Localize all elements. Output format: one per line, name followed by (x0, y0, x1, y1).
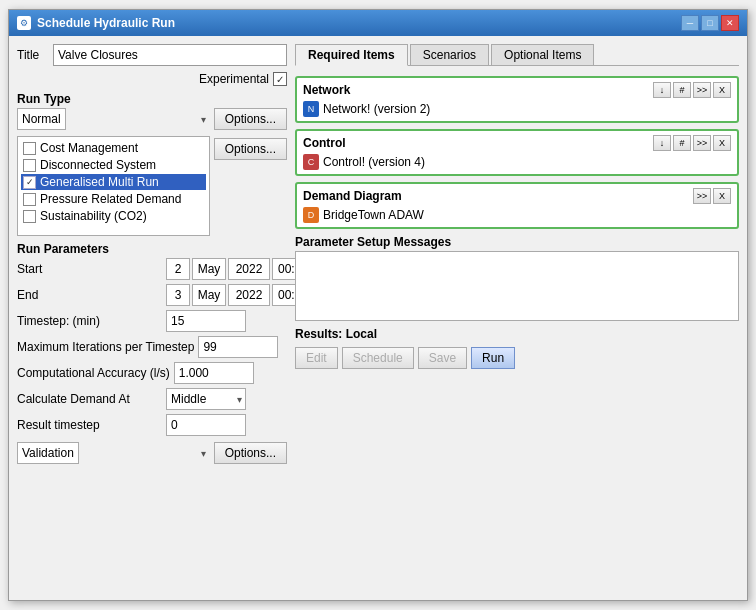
cb-disconnected-system[interactable]: Disconnected System (21, 157, 206, 173)
demand-panel: Demand Diagram >> X D BridgeTown ADAW (295, 182, 739, 229)
cb-cost-mgmt-label: Cost Management (40, 141, 138, 155)
cb-gen-multi-label: Generalised Multi Run (40, 175, 159, 189)
validation-options-button[interactable]: Options... (214, 442, 287, 464)
end-label: End (17, 288, 162, 302)
demand-icon: D (303, 207, 319, 223)
start-label: Start (17, 262, 162, 276)
start-row: Start 📅 ▾ (17, 258, 287, 280)
messages-box (295, 251, 739, 321)
schedule-button[interactable]: Schedule (342, 347, 414, 369)
demand-panel-header: Demand Diagram >> X (303, 188, 731, 204)
cb-sustain-box[interactable] (23, 210, 36, 223)
max-iter-label: Maximum Iterations per Timestep (17, 340, 194, 354)
experimental-label: Experimental (199, 72, 269, 86)
demand-panel-title: Demand Diagram (303, 189, 402, 203)
calc-demand-label: Calculate Demand At (17, 392, 162, 406)
title-row: Title (17, 44, 287, 66)
start-year-input[interactable] (228, 258, 270, 280)
result-ts-label: Result timestep (17, 418, 162, 432)
cb-disc-sys-label: Disconnected System (40, 158, 156, 172)
content-area: Title Experimental Run Type Normal Optio… (9, 36, 747, 600)
control-hash-button[interactable]: # (673, 135, 691, 151)
network-entry-label: Network! (version 2) (323, 102, 430, 116)
validation-select[interactable]: Validation (17, 442, 79, 464)
minimize-button[interactable]: ─ (681, 15, 699, 31)
title-label: Title (17, 48, 45, 62)
demand-panel-buttons: >> X (693, 188, 731, 204)
control-down-button[interactable]: ↓ (653, 135, 671, 151)
tab-optional-items[interactable]: Optional Items (491, 44, 594, 65)
tab-required-items[interactable]: Required Items (295, 44, 408, 66)
end-row: End 📅 ▾ (17, 284, 287, 306)
results-label: Results: Local (295, 327, 377, 341)
cb-cost-management[interactable]: Cost Management (21, 140, 206, 156)
end-month-input[interactable] (192, 284, 226, 306)
main-window: ⚙ Schedule Hydraulic Run ─ □ ✕ Title Exp… (8, 9, 748, 601)
result-ts-row: Result timestep (17, 414, 287, 436)
titlebar-left: ⚙ Schedule Hydraulic Run (17, 16, 175, 30)
calc-demand-select[interactable]: Middle Start End (166, 388, 246, 410)
cb-generalised-multi-run[interactable]: Generalised Multi Run (21, 174, 206, 190)
items-container: Network ↓ # >> X N Network! (version 2) (295, 76, 739, 592)
cb-pres-dem-box[interactable] (23, 193, 36, 206)
list-options-button[interactable]: Options... (214, 138, 287, 160)
calc-demand-row: Calculate Demand At Middle Start End (17, 388, 287, 410)
network-panel: Network ↓ # >> X N Network! (version 2) (295, 76, 739, 123)
result-ts-input[interactable] (166, 414, 246, 436)
tab-scenarios[interactable]: Scenarios (410, 44, 489, 65)
network-arrow-button[interactable]: >> (693, 82, 711, 98)
control-x-button[interactable]: X (713, 135, 731, 151)
network-entry: N Network! (version 2) (303, 101, 731, 117)
network-icon: N (303, 101, 319, 117)
run-type-row: Normal Options... (17, 108, 287, 130)
run-type-select[interactable]: Normal (17, 108, 66, 130)
maximize-button[interactable]: □ (701, 15, 719, 31)
timestep-label: Timestep: (min) (17, 314, 162, 328)
run-type-section: Run Type Normal Options... (17, 92, 287, 130)
timestep-input[interactable] (166, 310, 246, 332)
run-type-options-button[interactable]: Options... (214, 108, 287, 130)
run-params-label: Run Parameters (17, 242, 287, 256)
demand-entry: D BridgeTown ADAW (303, 207, 731, 223)
cb-sustain-label: Sustainability (CO2) (40, 209, 147, 223)
max-iter-row: Maximum Iterations per Timestep (17, 336, 287, 358)
cb-disc-sys-box[interactable] (23, 159, 36, 172)
end-day-input[interactable] (166, 284, 190, 306)
end-year-input[interactable] (228, 284, 270, 306)
network-hash-button[interactable]: # (673, 82, 691, 98)
edit-button[interactable]: Edit (295, 347, 338, 369)
control-panel: Control ↓ # >> X C Control! (version 4) (295, 129, 739, 176)
options-col: Options... (214, 136, 287, 236)
max-iter-input[interactable] (198, 336, 278, 358)
run-parameters-section: Run Parameters Start 📅 ▾ (17, 242, 287, 436)
control-panel-buttons: ↓ # >> X (653, 135, 731, 151)
cb-gen-multi-box[interactable] (23, 176, 36, 189)
close-button[interactable]: ✕ (721, 15, 739, 31)
demand-arrow-button[interactable]: >> (693, 188, 711, 204)
left-panel: Title Experimental Run Type Normal Optio… (17, 44, 287, 592)
checkbox-list: Cost Management Disconnected System Gene… (17, 136, 210, 236)
titlebar-controls: ─ □ ✕ (681, 15, 739, 31)
comp-acc-input[interactable] (174, 362, 254, 384)
run-button[interactable]: Run (471, 347, 515, 369)
start-day-input[interactable] (166, 258, 190, 280)
network-down-button[interactable]: ↓ (653, 82, 671, 98)
control-panel-title: Control (303, 136, 346, 150)
save-button[interactable]: Save (418, 347, 467, 369)
results-row: Edit Schedule Save Run (295, 347, 739, 369)
messages-section: Parameter Setup Messages (295, 235, 739, 321)
messages-label: Parameter Setup Messages (295, 235, 739, 249)
demand-entry-label: BridgeTown ADAW (323, 208, 424, 222)
cb-pressure-demand[interactable]: Pressure Related Demand (21, 191, 206, 207)
cb-sustainability[interactable]: Sustainability (CO2) (21, 208, 206, 224)
start-month-input[interactable] (192, 258, 226, 280)
title-input[interactable] (53, 44, 287, 66)
network-x-button[interactable]: X (713, 82, 731, 98)
window-title: Schedule Hydraulic Run (37, 16, 175, 30)
timestep-row: Timestep: (min) (17, 310, 287, 332)
demand-x-button[interactable]: X (713, 188, 731, 204)
control-entry-label: Control! (version 4) (323, 155, 425, 169)
experimental-checkbox[interactable] (273, 72, 287, 86)
control-arrow-button[interactable]: >> (693, 135, 711, 151)
cb-cost-mgmt-box[interactable] (23, 142, 36, 155)
